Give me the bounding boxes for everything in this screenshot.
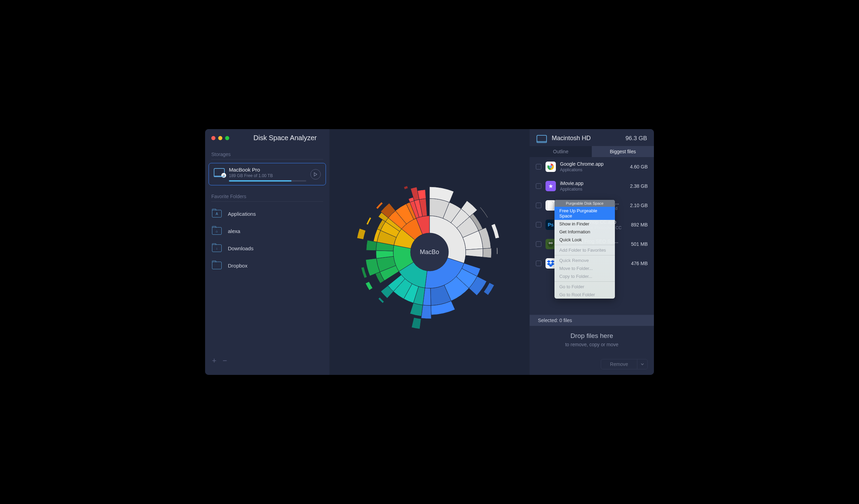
drop-title: Drop files here — [530, 332, 654, 340]
context-menu-item[interactable]: Show in Finder — [554, 220, 615, 228]
context-menu-item: Go to Root Folder — [554, 291, 615, 299]
context-menu: Purgeable Disk Space Free Up Purgeable S… — [554, 200, 615, 299]
sunburst-svg — [350, 173, 509, 331]
tab-biggest-files[interactable]: Biggest files — [592, 146, 654, 157]
file-checkbox[interactable] — [536, 183, 541, 189]
folder-icon: ⌂ — [212, 227, 222, 235]
favorite-label: Applications — [228, 211, 256, 217]
storage-name: MacBook Pro — [229, 167, 306, 173]
chevron-down-icon — [641, 363, 644, 365]
file-info: Google Chrome.app Applications — [560, 161, 626, 172]
maximize-button[interactable] — [225, 136, 229, 140]
right-panel-header: Macintosh HD 96.3 GB — [530, 129, 654, 146]
context-menu-separator — [554, 281, 615, 282]
file-size: 2.10 GB — [630, 203, 648, 208]
svg-point-6 — [548, 241, 554, 247]
remove-button[interactable]: Remove — [601, 359, 637, 369]
volume-size: 96.3 GB — [626, 135, 647, 142]
context-menu-header: Purgeable Disk Space — [554, 200, 615, 207]
remove-favorite-button[interactable]: − — [223, 356, 227, 365]
file-checkbox[interactable] — [536, 241, 541, 247]
favorites-section-label: Favorite Folders — [211, 191, 323, 202]
close-button[interactable] — [211, 136, 215, 140]
favorite-item[interactable]: ⌂ alexa — [209, 222, 326, 240]
visualization-area: MacBo Purgeable Disk Space Free Up Purge… — [329, 129, 530, 375]
file-info: iMovie.app Applications — [560, 181, 626, 192]
action-bar: Remove — [530, 355, 654, 375]
svg-point-10 — [551, 243, 552, 243]
context-menu-separator — [554, 255, 615, 255]
file-checkbox[interactable] — [536, 222, 541, 227]
titlebar: Disk Space Analyzer — [205, 134, 329, 149]
file-size: 2.38 GB — [630, 183, 648, 189]
context-menu-item: Add Folder to Favorites — [554, 246, 615, 254]
tabs: Outline Biggest files — [530, 146, 654, 157]
file-path: Applications — [560, 187, 626, 192]
file-row[interactable]: Google Chrome.app Applications 4.60 GB — [530, 157, 654, 176]
context-menu-item: Go to Folder — [554, 283, 615, 291]
drop-subtitle: to remove, copy or move — [530, 342, 654, 347]
context-menu-item[interactable]: Free Up Purgeable Space — [554, 207, 615, 220]
storages-section-label: Storages — [211, 149, 323, 159]
context-menu-item: Move to Folder... — [554, 264, 615, 272]
play-icon — [314, 172, 317, 176]
imovie-icon: ★ — [546, 181, 556, 191]
favorites-list: A Applications ⌂ alexa ↓ Downloads Dropb… — [205, 205, 329, 274]
selected-count-bar: Selected: 0 files — [530, 315, 654, 326]
favorite-item[interactable]: ↓ Downloads — [209, 240, 326, 257]
sidebar: Disk Space Analyzer Storages ✓ MacBook P… — [205, 129, 329, 375]
drive-icon — [537, 135, 547, 142]
checkmark-icon: ✓ — [221, 173, 226, 178]
drive-icon: ✓ — [214, 168, 225, 176]
context-menu-item: Quick Remove — [554, 256, 615, 264]
favorite-item[interactable]: Dropbox — [209, 257, 326, 274]
favorite-label: Downloads — [228, 245, 253, 251]
tab-outline[interactable]: Outline — [530, 146, 592, 157]
app-window: Disk Space Analyzer Storages ✓ MacBook P… — [205, 129, 654, 375]
storage-usage-bar — [229, 180, 306, 182]
file-size: 476 MB — [631, 261, 648, 266]
context-menu-separator — [554, 245, 615, 245]
storage-usage-fill — [229, 180, 291, 182]
context-menu-item: Copy to Folder... — [554, 272, 615, 280]
file-checkbox[interactable] — [536, 203, 541, 208]
file-checkbox[interactable] — [536, 164, 541, 169]
chrome-icon — [546, 162, 556, 172]
drop-area[interactable]: Drop files here to remove, copy or move — [530, 326, 654, 355]
file-name: Google Chrome.app — [560, 161, 626, 167]
file-size: 4.60 GB — [630, 164, 648, 169]
folder-icon: ↓ — [212, 244, 222, 252]
window-controls — [211, 136, 229, 140]
favorite-item[interactable]: A Applications — [209, 205, 326, 222]
volume-name: Macintosh HD — [552, 135, 621, 142]
context-menu-item[interactable]: Quick Look — [554, 236, 615, 244]
storage-info: MacBook Pro 189 GB Free of 1.00 TB — [229, 167, 306, 182]
storage-item-macbook-pro[interactable]: ✓ MacBook Pro 189 GB Free of 1.00 TB — [209, 163, 326, 185]
remove-button-group: Remove — [601, 359, 648, 369]
favorite-label: alexa — [228, 228, 240, 234]
favorite-label: Dropbox — [228, 263, 248, 269]
file-checkbox[interactable] — [536, 261, 541, 266]
file-name: iMovie.app — [560, 181, 626, 186]
sidebar-footer: + − — [205, 351, 329, 370]
app-title: Disk Space Analyzer — [253, 134, 317, 142]
scan-button[interactable] — [310, 169, 321, 180]
minimize-button[interactable] — [218, 136, 222, 140]
folder-icon: A — [212, 210, 222, 217]
add-favorite-button[interactable]: + — [212, 356, 216, 365]
svg-point-9 — [549, 243, 550, 243]
file-size: 892 MB — [631, 222, 648, 227]
remove-dropdown-button[interactable] — [637, 359, 647, 369]
file-size: 501 MB — [631, 241, 648, 247]
context-menu-item[interactable]: Get Information — [554, 228, 615, 236]
file-row[interactable]: ★ iMovie.app Applications 2.38 GB — [530, 176, 654, 196]
sunburst-chart[interactable]: MacBo — [350, 173, 509, 331]
svg-point-0 — [411, 233, 448, 271]
file-path: Applications — [560, 167, 626, 172]
folder-icon — [212, 262, 222, 269]
storage-free-text: 189 GB Free of 1.00 TB — [229, 173, 306, 178]
svg-point-5 — [550, 166, 551, 167]
